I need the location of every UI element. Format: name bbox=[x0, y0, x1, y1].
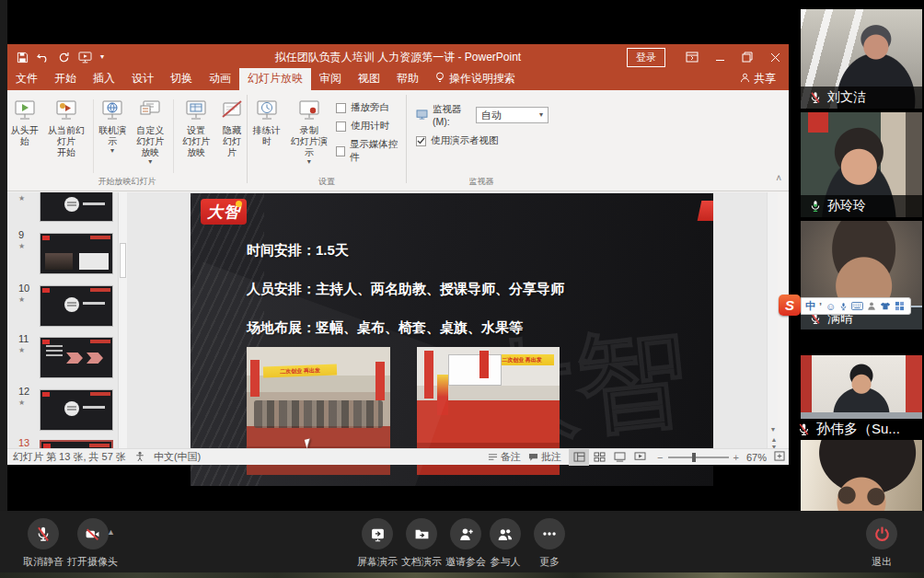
save-icon[interactable] bbox=[17, 52, 29, 64]
zoom-slider[interactable] bbox=[668, 457, 729, 458]
person-add-icon bbox=[450, 518, 481, 549]
people-icon bbox=[490, 518, 521, 549]
comments-button[interactable]: 批注 bbox=[528, 450, 561, 464]
close-button[interactable] bbox=[761, 44, 789, 70]
left-edge-strip bbox=[0, 0, 7, 511]
comment-icon bbox=[528, 453, 538, 462]
tab-review[interactable]: 审阅 bbox=[311, 68, 350, 90]
checkbox-use-timings[interactable]: 使用计时 bbox=[336, 120, 400, 133]
canvas-scrollbar[interactable]: ▼ ▲ ▼ bbox=[767, 192, 778, 448]
tab-transitions[interactable]: 切换 bbox=[162, 68, 201, 90]
sogou-ime-toolbar: S 中 ’ ☺ bbox=[779, 297, 911, 315]
tab-animations[interactable]: 动画 bbox=[201, 68, 239, 90]
slideshow-view-button[interactable] bbox=[629, 449, 650, 466]
more-dots-icon bbox=[534, 518, 565, 549]
participant-video-tile[interactable] bbox=[801, 440, 922, 511]
tab-home[interactable]: 开始 bbox=[46, 68, 85, 90]
zoom-percentage[interactable]: 67% bbox=[746, 452, 767, 463]
qat-dropdown-icon[interactable]: ▾ bbox=[100, 53, 104, 61]
tell-me-search[interactable]: 操作说明搜索 bbox=[427, 68, 524, 90]
undo-icon[interactable] bbox=[37, 52, 50, 63]
slide-corner-banner: 拟任团队负责人培训 bbox=[698, 201, 713, 221]
custom-slideshow-button[interactable]: 自定义 幻灯片放映 ▾ bbox=[130, 96, 171, 168]
participant-video-tile[interactable]: 刘文洁 bbox=[801, 9, 922, 109]
slide-thumbnail-13-selected[interactable] bbox=[40, 440, 113, 448]
hide-slide-button[interactable]: 隐藏 幻灯片 bbox=[217, 96, 247, 160]
meeting-screen: ▾ 拟任团队负责人培训 人力资源第一讲 - PowerPoint 登录 文件 开… bbox=[0, 0, 924, 578]
zoom-out-button[interactable]: − bbox=[657, 452, 663, 463]
ime-mode-chinese[interactable]: 中 bbox=[805, 299, 815, 313]
login-button[interactable]: 登录 bbox=[627, 48, 665, 67]
accessibility-icon[interactable] bbox=[135, 451, 144, 464]
ribbon-group-monitors: 监视器(M): 自动 ▾ 使用演示者视图 监视器 bbox=[407, 90, 556, 191]
reading-view-button[interactable] bbox=[609, 449, 629, 466]
thumbnail-scrollbar[interactable] bbox=[118, 192, 127, 448]
ime-grid-icon[interactable] bbox=[895, 301, 905, 311]
redo-icon[interactable] bbox=[58, 52, 70, 64]
share-button[interactable]: 共享 bbox=[727, 71, 789, 90]
restore-button[interactable] bbox=[733, 44, 761, 70]
participant-video-tile[interactable]: 孙玲玲 bbox=[801, 112, 922, 217]
from-beginning-button[interactable]: 从头开始 bbox=[7, 96, 41, 149]
fit-to-window-button[interactable] bbox=[774, 451, 785, 463]
start-slideshow-icon[interactable] bbox=[78, 52, 92, 64]
record-slideshow-button[interactable]: 录制 幻灯片演示 ▾ bbox=[286, 96, 332, 168]
document-share-button[interactable]: 文档演示 bbox=[401, 518, 442, 569]
normal-view-button[interactable] bbox=[569, 449, 589, 466]
monitor-list-icon bbox=[138, 98, 162, 125]
ime-skin-icon[interactable] bbox=[880, 301, 891, 311]
tab-insert[interactable]: 插入 bbox=[85, 68, 123, 90]
checkbox-presenter-view[interactable]: 使用演示者视图 bbox=[416, 134, 549, 147]
slide-thumbnail-9[interactable] bbox=[40, 233, 113, 274]
slide-thumbnail-10[interactable] bbox=[40, 285, 113, 327]
unmute-button[interactable]: 取消静音 bbox=[23, 518, 64, 569]
participant-name: 孙伟多（Su... bbox=[816, 421, 900, 438]
tab-slideshow[interactable]: 幻灯片放映 bbox=[239, 68, 311, 90]
from-current-slide-button[interactable]: 从当前幻灯片 开始 bbox=[41, 96, 90, 160]
participants-button[interactable]: 参与人 bbox=[490, 518, 521, 569]
language-status[interactable]: 中文(中国) bbox=[154, 450, 201, 464]
slide-thumbnail-12[interactable] bbox=[40, 389, 113, 431]
ime-punctuation-icon[interactable]: ’ bbox=[819, 301, 822, 312]
slide-text-line2: 人员安排：主持人、两名助教、授课导师、分享导师 bbox=[247, 281, 564, 298]
folder-share-icon bbox=[406, 518, 437, 549]
ime-mic-icon[interactable] bbox=[839, 301, 848, 312]
ime-toolbox-icon[interactable] bbox=[867, 301, 876, 311]
monitor-dropdown[interactable]: 自动 ▾ bbox=[476, 107, 549, 123]
notes-button[interactable]: 备注 bbox=[488, 450, 521, 464]
screen-share-button[interactable]: 屏幕演示 bbox=[357, 518, 398, 569]
participants-sidebar: 刘文洁 孙玲玲 满晴 孙伟多（Su... bbox=[790, 0, 924, 511]
rehearse-timings-button[interactable]: 排练计时 bbox=[248, 96, 286, 149]
sogou-logo-icon[interactable]: S bbox=[779, 295, 801, 316]
slide-thumbnail-11[interactable] bbox=[40, 337, 113, 378]
exit-button[interactable]: 退出 bbox=[866, 518, 897, 569]
tab-file[interactable]: 文件 bbox=[7, 68, 46, 90]
tab-help[interactable]: 帮助 bbox=[388, 68, 427, 90]
more-button[interactable]: 更多 bbox=[534, 518, 565, 569]
camera-options-icon[interactable]: ▲ bbox=[107, 527, 115, 537]
ribbon-group-setup: 排练计时 录制 幻灯片演示 ▾ 播放旁白 使用计时 bbox=[248, 90, 406, 191]
slide-sorter-view-button[interactable] bbox=[589, 449, 609, 466]
tab-design[interactable]: 设计 bbox=[123, 68, 162, 90]
ribbon-group-start-slideshow: 从头开始 从当前幻灯片 开始 联机演示 ▾ 自定义 幻灯片放映 ▾ bbox=[7, 90, 247, 191]
setup-slideshow-button[interactable]: 设置 幻灯片放映 bbox=[176, 96, 217, 160]
invite-button[interactable]: 邀请参会 bbox=[445, 518, 486, 569]
collapse-ribbon-icon[interactable]: ˄ bbox=[776, 173, 781, 183]
minimize-button[interactable] bbox=[706, 44, 733, 70]
present-online-button[interactable]: 联机演示 ▾ bbox=[95, 96, 129, 156]
zoom-slider-thumb[interactable] bbox=[692, 453, 696, 462]
ime-keyboard-icon[interactable] bbox=[851, 302, 863, 310]
open-camera-button[interactable]: 打开摄像头 bbox=[67, 518, 118, 569]
tab-view[interactable]: 视图 bbox=[350, 68, 388, 90]
ime-emoji-icon[interactable]: ☺ bbox=[826, 301, 836, 312]
monitor-label: 监视器(M): bbox=[433, 103, 471, 127]
zoom-in-button[interactable]: + bbox=[733, 452, 739, 463]
current-slide[interactable]: 大智 拟任团队负责人培训 大智 时间安排：1.5天 人员安排：主持人、两名助教、… bbox=[191, 193, 713, 486]
checkbox-show-media-controls[interactable]: 显示媒体控件 bbox=[336, 138, 400, 164]
ribbon-display-options-button[interactable] bbox=[678, 44, 706, 70]
scroll-down-icon[interactable]: ▼ bbox=[768, 424, 779, 434]
slide-text-line3: 场地布展：竖幅、桌布、椅套、桌旗、水果等 bbox=[247, 319, 523, 337]
group-label-monitors: 监视器 bbox=[407, 176, 556, 188]
checkbox-play-narration[interactable]: 播放旁白 bbox=[336, 101, 400, 114]
slide-thumbnail-8[interactable] bbox=[40, 192, 113, 222]
